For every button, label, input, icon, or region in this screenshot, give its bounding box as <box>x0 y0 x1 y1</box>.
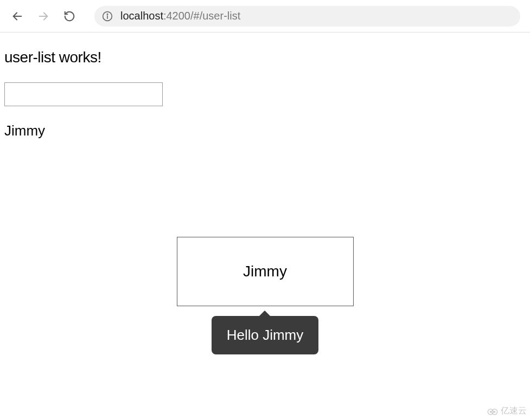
browser-toolbar: localhost:4200/#/user-list <box>0 0 530 33</box>
reload-button[interactable] <box>62 9 77 24</box>
tooltip: Hello Jimmy <box>212 316 319 354</box>
tooltip-text: Hello Jimmy <box>227 327 304 343</box>
url-path: :4200/#/user-list <box>163 10 240 22</box>
user-input[interactable] <box>4 82 163 106</box>
watermark-text: 亿速云 <box>501 405 527 417</box>
page-content: user-list works! Jimmy Jimmy Hello Jimmy <box>0 33 530 360</box>
svg-point-8 <box>494 411 495 412</box>
watermark: 亿速云 <box>487 405 527 417</box>
user-card[interactable]: Jimmy <box>177 237 354 306</box>
card-title: Jimmy <box>243 263 287 280</box>
site-info-icon[interactable] <box>102 11 113 22</box>
svg-point-4 <box>107 14 107 14</box>
back-button[interactable] <box>10 9 25 24</box>
page-heading: user-list works! <box>4 49 526 66</box>
svg-point-7 <box>490 411 491 412</box>
address-bar[interactable]: localhost:4200/#/user-list <box>94 6 520 27</box>
card-area: Jimmy Hello Jimmy <box>4 237 526 354</box>
tooltip-arrow-icon <box>258 311 271 317</box>
url-host: localhost <box>120 10 163 22</box>
url-text: localhost:4200/#/user-list <box>120 10 240 22</box>
forward-button[interactable] <box>36 9 51 24</box>
username-label: Jimmy <box>4 122 526 139</box>
